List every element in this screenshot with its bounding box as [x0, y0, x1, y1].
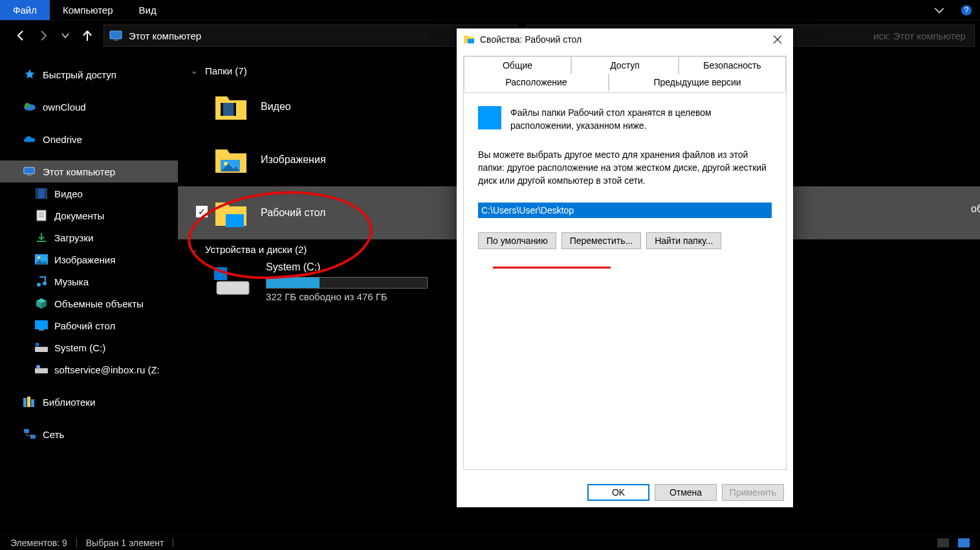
tab-view[interactable]: Вид — [126, 0, 169, 20]
sidebar-softservice[interactable]: softservice@inbox.ru (Z: — [0, 358, 178, 380]
downloads-icon — [35, 231, 48, 244]
close-button[interactable] — [763, 30, 792, 49]
sidebar-libraries[interactable]: Библиотеки — [0, 391, 178, 413]
drive-icon — [35, 341, 48, 354]
location-help: Вы можете выбрать другое место для хране… — [478, 148, 772, 188]
sidebar-music[interactable]: Музыка — [0, 270, 178, 292]
sidebar-thispc[interactable]: Этот компьютер — [0, 160, 178, 182]
pictures-icon — [35, 253, 48, 266]
svg-rect-28 — [31, 399, 34, 407]
drive-icon — [214, 267, 252, 297]
svg-rect-36 — [226, 214, 244, 227]
sidebar-desktop[interactable]: Рабочий стол — [0, 314, 178, 336]
svg-rect-10 — [45, 189, 47, 198]
svg-rect-38 — [217, 281, 249, 294]
apply-button[interactable]: Применить — [722, 484, 784, 501]
drive-usage-bar — [266, 277, 428, 289]
cancel-button[interactable]: Отмена — [655, 484, 717, 501]
find-target-button[interactable]: Найти папку... — [646, 232, 721, 249]
svg-rect-3 — [113, 39, 118, 41]
sidebar-owncloud[interactable]: ownCloud — [0, 96, 178, 118]
svg-rect-2 — [110, 31, 122, 39]
tab-computer[interactable]: Компьютер — [50, 0, 126, 20]
dialog-title: Свойства: Рабочий стол — [480, 34, 758, 45]
svg-rect-24 — [35, 368, 48, 373]
tiles-view-icon[interactable] — [958, 538, 970, 547]
svg-rect-32 — [221, 103, 223, 116]
owncloud-icon — [23, 100, 36, 113]
video-icon — [35, 187, 48, 200]
netdrive-icon — [35, 363, 48, 376]
sidebar-network[interactable]: Сеть — [0, 423, 178, 445]
chevron-down-icon: ⌄ — [190, 243, 199, 255]
sidebar-onedrive[interactable]: Onedrive — [0, 128, 178, 150]
sidebar-3dobjects[interactable]: Объемные объекты — [0, 292, 178, 314]
address-text: Этот компьютер — [129, 30, 201, 41]
ribbon-collapse[interactable] — [926, 0, 953, 20]
restore-default-button[interactable]: По умолчанию — [478, 232, 556, 249]
svg-rect-6 — [24, 168, 34, 174]
svg-rect-7 — [27, 175, 31, 176]
sidebar-documents[interactable]: Документы — [0, 204, 178, 226]
help-icon[interactable]: ? — [953, 0, 980, 20]
thispc-icon — [23, 165, 36, 178]
details-view-icon[interactable] — [937, 538, 949, 547]
svg-point-18 — [37, 283, 41, 287]
path-input[interactable] — [478, 203, 772, 218]
chevron-down-icon: ⌄ — [190, 65, 199, 76]
sidebar-video[interactable]: Видео — [0, 182, 178, 204]
address-bar[interactable]: Этот компьютер — [103, 25, 517, 47]
svg-point-25 — [36, 365, 40, 369]
star-icon — [23, 68, 36, 81]
checkbox-checked-icon[interactable]: ✓ — [196, 206, 208, 217]
svg-rect-21 — [39, 329, 44, 331]
sidebar-pictures[interactable]: Изображения — [0, 248, 178, 270]
svg-rect-22 — [35, 347, 48, 352]
tab-security[interactable]: Безопасность — [679, 56, 786, 74]
tab-sharing[interactable]: Доступ — [571, 56, 679, 74]
svg-rect-27 — [27, 397, 30, 407]
svg-rect-33 — [234, 103, 236, 116]
back-button[interactable] — [14, 28, 28, 43]
sidebar-quick-access[interactable]: Быстрый доступ — [0, 63, 178, 85]
libraries-icon — [23, 395, 36, 408]
forward-button[interactable] — [36, 28, 50, 43]
tab-body: Файлы папки Рабочий стол хранятся в целе… — [464, 93, 786, 469]
tab-location[interactable]: Расположение — [464, 74, 609, 91]
desktop-icon — [35, 319, 48, 332]
svg-rect-9 — [36, 189, 38, 198]
up-button[interactable] — [80, 28, 94, 43]
music-icon — [35, 275, 48, 288]
move-button[interactable]: Переместить... — [561, 232, 641, 249]
svg-rect-23 — [36, 343, 39, 346]
folder-icon — [214, 91, 248, 122]
svg-point-19 — [43, 281, 47, 285]
folder-icon — [463, 34, 475, 45]
ok-button[interactable]: OK — [587, 484, 649, 501]
svg-rect-37 — [214, 267, 227, 280]
status-count: Элементов: 9 — [10, 538, 67, 548]
onedrive-icon — [23, 133, 36, 146]
tab-previous-versions[interactable]: Предыдущие версии — [609, 74, 786, 91]
status-bar: Элементов: 9 Выбран 1 элемент — [0, 534, 980, 550]
drive-name: System (C:) — [266, 261, 428, 273]
tab-file[interactable]: Файл — [0, 0, 50, 20]
svg-point-17 — [38, 256, 40, 259]
sidebar-systemc[interactable]: System (C:) — [0, 336, 178, 358]
ribbon-tabs: Файл Компьютер Вид ? — [0, 0, 980, 21]
sidebar-downloads[interactable]: Загрузки — [0, 226, 178, 248]
svg-point-5 — [25, 103, 30, 108]
history-dropdown[interactable] — [58, 28, 72, 43]
folder-icon — [214, 197, 248, 228]
properties-dialog: Свойства: Рабочий стол Общие Доступ Безо… — [457, 28, 793, 507]
tab-general[interactable]: Общие — [464, 56, 571, 74]
svg-rect-20 — [35, 320, 48, 329]
status-selected: Выбран 1 элемент — [86, 538, 164, 548]
folder-icon — [214, 144, 248, 175]
svg-rect-39 — [468, 39, 474, 43]
svg-rect-11 — [37, 210, 46, 221]
svg-text:?: ? — [964, 6, 969, 15]
clipped-label: объекты — [971, 203, 980, 215]
documents-icon — [35, 209, 48, 222]
location-description: Файлы папки Рабочий стол хранятся в целе… — [510, 106, 772, 133]
